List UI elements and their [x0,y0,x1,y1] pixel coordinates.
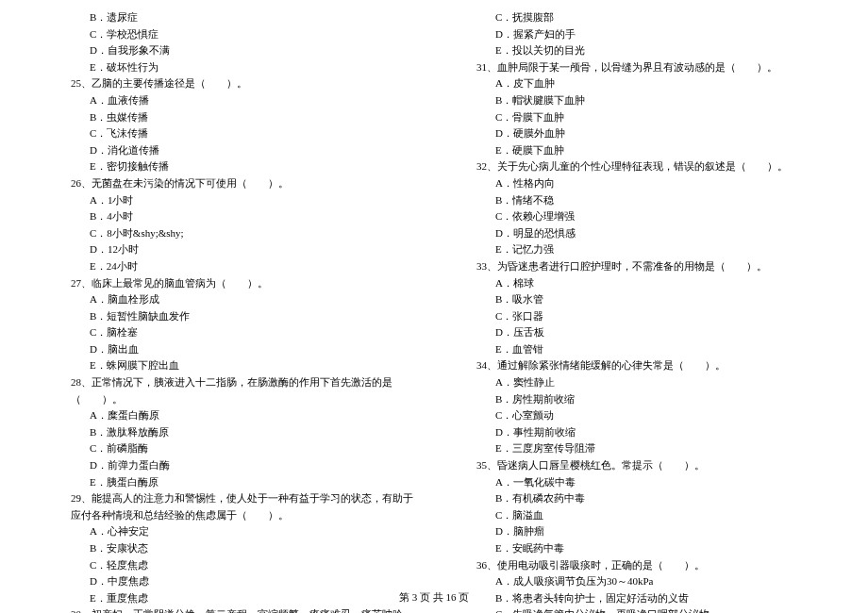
option-item: B．帽状腱膜下血肿 [448,92,826,109]
option-item: C．飞沫传播 [42,125,420,142]
option-item: A．1小时 [42,192,420,209]
option-item: D．明显的恐惧感 [448,225,826,242]
option-item: C．抚摸腹部 [448,9,826,26]
question-31: 31、血肿局限于某一颅骨，以骨缝为界且有波动感的是（ ）。 [448,59,826,76]
question-30: 30、初产妇，正常阴道分娩，第二产程，宫缩频繁，疼痛难忍，痛苦呻吟。此时护士最恰… [42,606,420,613]
option-item: D．握紧产妇的手 [448,26,826,43]
question-36: 36、使用电动吸引器吸痰时，正确的是（ ）。 [448,557,826,574]
option-item: A．窦性静止 [448,374,826,391]
option-item: D．12小时 [42,241,420,258]
option-item: E．三度房室传导阻滞 [448,440,826,457]
option-item: E．安眠药中毒 [448,540,826,557]
option-item: E．投以关切的目光 [448,42,826,59]
option-item: D．中度焦虑 [42,573,420,590]
question-25: 25、乙脑的主要传播途径是（ ）。 [42,75,420,92]
option-item: E．重度焦虑 [42,590,420,607]
option-item: B．遗尿症 [42,9,420,26]
option-item: C．张口器 [448,308,826,325]
option-item: B．短暂性脑缺血发作 [42,308,420,325]
option-item: A．血液传播 [42,92,420,109]
question-34: 34、通过解除紧张情绪能缓解的心律失常是（ ）。 [448,357,826,374]
option-item: A．成人吸痰调节负压为30～40kPa [448,573,826,590]
question-27: 27、临床上最常见的脑血管病为（ ）。 [42,275,420,292]
option-item: D．脑出血 [42,341,420,358]
question-35: 35、昏迷病人口唇呈樱桃红色。常提示（ ）。 [448,457,826,474]
option-item: D．压舌板 [448,324,826,341]
question-28: 28、正常情况下，胰液进入十二指肠，在肠激酶的作用下首先激活的是（ ）。 [42,374,420,407]
option-item: B．激肽释放酶原 [42,424,420,441]
left-column: B．遗尿症 C．学校恐惧症 D．自我形象不满 E．破坏性行为 25、乙脑的主要传… [28,9,434,556]
option-item: A．心神安定 [42,523,420,540]
option-item: A．脑血栓形成 [42,291,420,308]
option-item: B．虫媒传播 [42,109,420,126]
option-item: D．硬膜外血肿 [448,125,826,142]
option-item: E．蛛网膜下腔出血 [42,357,420,374]
question-29: 29、能提高人的注意力和警惕性，使人处于一种有益于学习的状态，有助于应付各种情境… [42,490,420,523]
option-item: B．将患者头转向护士，固定好活动的义齿 [448,590,826,607]
option-item: C．轻度焦虑 [42,557,420,574]
option-item: D．自我形象不满 [42,42,420,59]
option-item: C．先吸净气管内分泌物，再吸净口咽部分泌物 [448,606,826,613]
right-column: C．抚摸腹部 D．握紧产妇的手 E．投以关切的目光 31、血肿局限于某一颅骨，以… [434,9,840,556]
option-item: A．皮下血肿 [448,75,826,92]
question-33: 33、为昏迷患者进行口腔护理时，不需准备的用物是（ ）。 [448,258,826,275]
option-item: D．事性期前收缩 [448,424,826,441]
option-item: B．安康状态 [42,540,420,557]
option-item: B．房性期前收缩 [448,391,826,408]
option-item: A．性格内向 [448,175,826,192]
option-item: C．学校恐惧症 [42,26,420,43]
option-item: B．4小时 [42,208,420,225]
option-item: A．糜蛋白酶原 [42,407,420,424]
option-item: E．硬膜下血肿 [448,142,826,159]
option-item: E．24小时 [42,258,420,275]
option-item: E．胰蛋白酶原 [42,474,420,491]
option-item: C．骨膜下血肿 [448,109,826,126]
option-item: E．血管钳 [448,341,826,358]
option-item: C．依赖心理增强 [448,208,826,225]
option-item: A．棉球 [448,275,826,292]
option-item: C．8小时&shy;&shy; [42,225,420,242]
option-item: C．前磷脂酶 [42,440,420,457]
option-item: B．吸水管 [448,291,826,308]
option-item: D．前弹力蛋白酶 [42,457,420,474]
option-item: D．脑肿瘤 [448,523,826,540]
option-item: E．记忆力强 [448,241,826,258]
option-item: E．破坏性行为 [42,59,420,76]
option-item: B．有机磷农药中毒 [448,490,826,507]
option-item: C．脑溢血 [448,507,826,524]
option-item: A．一氧化碳中毒 [448,474,826,491]
option-item: C．心室颤动 [448,407,826,424]
question-32: 32、关于先心病儿童的个性心理特征表现，错误的叙述是（ ）。 [448,158,826,175]
option-item: D．消化道传播 [42,142,420,159]
option-item: B．情绪不稳 [448,192,826,209]
option-item: E．密切接触传播 [42,158,420,175]
question-26: 26、无菌盘在未污染的情况下可使用（ ）。 [42,175,420,192]
option-item: C．脑栓塞 [42,324,420,341]
